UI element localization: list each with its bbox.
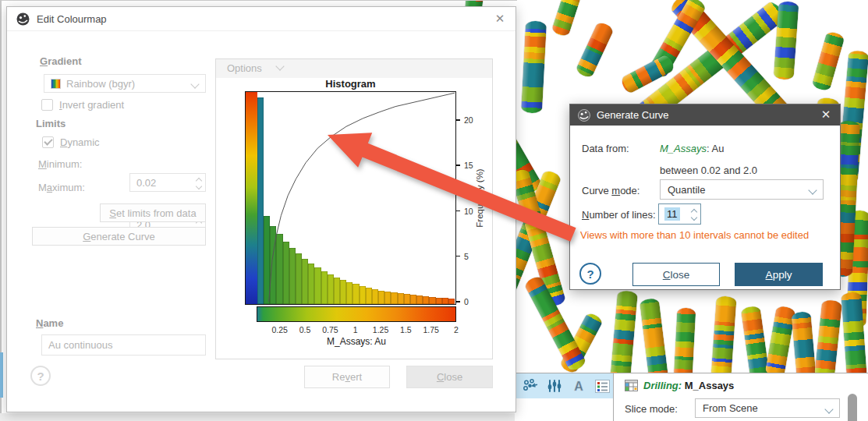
curve-mode-dropdown[interactable]: Quantile bbox=[660, 179, 824, 200]
axis-tick-label: 5 bbox=[464, 252, 469, 261]
generate-curve-button[interactable]: Generate Curve bbox=[32, 227, 206, 246]
display-sliders-icon[interactable] bbox=[544, 376, 565, 396]
limits-section-label: Limits bbox=[36, 118, 66, 129]
colormap-horizontal-bar bbox=[257, 306, 456, 322]
help-button[interactable]: ? bbox=[579, 263, 601, 285]
histogram-plot[interactable] bbox=[245, 91, 456, 305]
dialog-title: Edit Colourmap bbox=[37, 13, 107, 25]
drillhole-cylinder bbox=[574, 21, 614, 80]
axis-tick-label: 0.25 bbox=[272, 325, 288, 334]
set-limits-from-data-button[interactable]: Set limits from data bbox=[100, 203, 206, 222]
generate-curve-titlebar[interactable]: Generate Curve bbox=[570, 104, 840, 126]
chevron-down-icon bbox=[808, 186, 817, 194]
background-scrollbar-sliver bbox=[0, 352, 3, 398]
close-button[interactable]: Close bbox=[632, 263, 720, 286]
axis-tick-label: 20 bbox=[464, 115, 473, 125]
panel-scrollbar-thumb[interactable] bbox=[848, 394, 857, 421]
number-of-lines-value: 11 bbox=[664, 207, 680, 221]
legend-icon[interactable] bbox=[592, 376, 613, 396]
slice-mode-value: From Scene bbox=[703, 402, 758, 414]
drillhole-cylinder bbox=[814, 299, 842, 379]
drillhole-cylinder bbox=[791, 311, 816, 379]
cumulative-curve bbox=[246, 92, 455, 303]
minimum-value: 0.02 bbox=[136, 177, 156, 189]
axis-tick bbox=[456, 210, 460, 212]
value-axis-title: M_Assays: Au bbox=[257, 336, 456, 347]
minimum-label: Minimum: bbox=[38, 158, 82, 170]
help-button[interactable]: ? bbox=[30, 366, 51, 386]
drillhole-cylinder bbox=[811, 30, 845, 92]
curve-mode-label: Curve mode: bbox=[582, 185, 639, 196]
maximum-label: Maximum: bbox=[38, 182, 85, 193]
dynamic-checkbox[interactable]: Dynamic bbox=[42, 136, 100, 148]
close-button[interactable]: Close bbox=[406, 366, 493, 388]
invert-gradient-checkbox[interactable]: Invert gradient bbox=[41, 99, 124, 111]
drillhole-cylinder bbox=[710, 295, 736, 379]
leapfrog-icon bbox=[578, 109, 590, 122]
curve-mode-value: Quantile bbox=[668, 184, 705, 196]
toolbar-band: A bbox=[515, 373, 613, 398]
value-axis: 0.250.50.7511.251.51.752 bbox=[257, 325, 456, 334]
axis-tick bbox=[456, 301, 460, 302]
spinner-arrows-icon[interactable] bbox=[692, 204, 696, 224]
table-icon bbox=[625, 380, 638, 391]
drilling-object-name: M_Assays bbox=[685, 380, 735, 391]
generate-curve-dialog: Generate Curve ✕ Data from: M_Assays: Au… bbox=[569, 104, 841, 290]
leapfrog-icon bbox=[16, 12, 30, 26]
number-of-lines-label: Number of lines: bbox=[582, 209, 656, 221]
shape-properties-toolbar: A bbox=[515, 373, 613, 421]
minimum-spinbox[interactable]: 0.02 bbox=[129, 173, 206, 192]
gradient-dropdown[interactable]: Rainbow (bgyr) bbox=[44, 74, 206, 93]
drillhole-cylinder bbox=[774, 1, 799, 80]
drilling-properties-panel: Drilling: M_Assays Slice mode: From Scen… bbox=[613, 373, 868, 421]
axis-tick-label: 15 bbox=[464, 161, 473, 170]
close-icon[interactable]: ✕ bbox=[492, 11, 508, 27]
apply-button[interactable]: Apply bbox=[735, 263, 823, 286]
drillhole-cylinder bbox=[551, 0, 582, 37]
histogram-title: Histogram bbox=[245, 78, 456, 90]
drilling-category-label: Drilling: bbox=[643, 380, 682, 391]
axis-tick-label: 2 bbox=[454, 325, 459, 334]
gradient-value: Rainbow (bgyr) bbox=[66, 78, 135, 90]
drillhole-cylinder bbox=[674, 307, 696, 378]
options-header-label: Options bbox=[227, 62, 262, 74]
edit-colourmap-dialog: Edit Colourmap ✕ Gradient Rainbow (bgyr)… bbox=[6, 6, 516, 412]
axis-tick bbox=[456, 119, 460, 121]
data-range-text: between 0.02 and 2.0 bbox=[660, 165, 757, 176]
drillhole-cylinder bbox=[639, 297, 668, 380]
checkbox-checked-icon bbox=[42, 136, 54, 148]
name-section-label: Name bbox=[36, 317, 63, 329]
drillhole-cylinder bbox=[610, 290, 638, 381]
axis-tick-label: 1 bbox=[353, 325, 358, 334]
drillhole-cylinder bbox=[764, 306, 795, 378]
data-from-label: Data from: bbox=[582, 143, 629, 154]
colourmap-name-input[interactable] bbox=[41, 334, 206, 356]
close-icon[interactable]: ✕ bbox=[818, 107, 834, 122]
drillhole-cylinder bbox=[520, 20, 546, 113]
text-format-icon[interactable]: A bbox=[569, 376, 590, 396]
axis-tick bbox=[456, 165, 460, 166]
axis-tick bbox=[456, 256, 460, 257]
gradient-section-label: Gradient bbox=[40, 55, 81, 67]
revert-button[interactable]: Revert bbox=[304, 366, 390, 388]
options-header[interactable]: Options bbox=[216, 59, 492, 78]
options-groupbox: Options Histogram 05101520 Frequency (%)… bbox=[215, 58, 493, 359]
axis-tick-label: 0 bbox=[464, 297, 469, 306]
axis-tick-label: 0.75 bbox=[322, 325, 338, 334]
extract-points-icon[interactable] bbox=[520, 376, 541, 396]
spinner-arrows-icon[interactable] bbox=[197, 174, 201, 191]
frequency-axis-title: Frequency (%) bbox=[473, 91, 486, 305]
chevron-down-icon bbox=[275, 62, 284, 70]
slice-mode-dropdown[interactable]: From Scene bbox=[695, 398, 840, 418]
svg-text:A: A bbox=[574, 380, 583, 393]
edit-colourmap-titlebar[interactable]: Edit Colourmap bbox=[7, 7, 515, 31]
chevron-down-icon bbox=[190, 80, 199, 88]
axis-tick-label: 10 bbox=[464, 207, 473, 216]
drilling-panel-title: Drilling: M_Assays bbox=[625, 380, 734, 391]
window-bottom-strip bbox=[0, 413, 515, 421]
rainbow-swatch-icon bbox=[51, 79, 61, 89]
dialog-title: Generate Curve bbox=[597, 109, 669, 121]
axis-tick-label: 0.5 bbox=[299, 325, 311, 334]
window-frame-top bbox=[0, 0, 517, 1]
number-of-lines-spinbox[interactable]: 11 bbox=[658, 203, 701, 225]
